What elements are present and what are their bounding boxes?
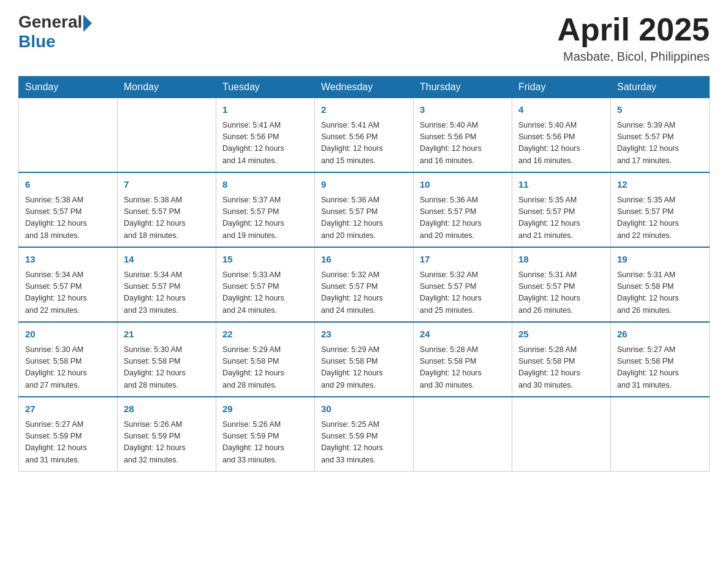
calendar-cell: 13Sunrise: 5:34 AM Sunset: 5:57 PM Dayli…	[19, 247, 118, 322]
day-info: Sunrise: 5:31 AM Sunset: 5:57 PM Dayligh…	[518, 269, 604, 317]
calendar-cell: 30Sunrise: 5:25 AM Sunset: 5:59 PM Dayli…	[315, 397, 414, 472]
calendar-header-wednesday: Wednesday	[315, 77, 414, 98]
day-info: Sunrise: 5:37 AM Sunset: 5:57 PM Dayligh…	[222, 194, 308, 242]
calendar-cell	[118, 98, 216, 173]
calendar-header-saturday: Saturday	[611, 77, 710, 98]
day-number: 27	[25, 402, 111, 416]
day-info: Sunrise: 5:25 AM Sunset: 5:59 PM Dayligh…	[321, 419, 407, 467]
day-number: 10	[420, 178, 506, 192]
day-number: 5	[617, 103, 703, 117]
calendar-cell: 10Sunrise: 5:36 AM Sunset: 5:57 PM Dayli…	[414, 172, 512, 247]
day-info: Sunrise: 5:34 AM Sunset: 5:57 PM Dayligh…	[25, 269, 111, 317]
calendar-table: SundayMondayTuesdayWednesdayThursdayFrid…	[18, 76, 710, 472]
day-number: 17	[420, 253, 506, 267]
day-info: Sunrise: 5:40 AM Sunset: 5:56 PM Dayligh…	[420, 120, 506, 167]
day-number: 3	[420, 103, 506, 117]
day-number: 13	[25, 253, 111, 267]
day-number: 9	[321, 178, 407, 192]
calendar-cell: 8Sunrise: 5:37 AM Sunset: 5:57 PM Daylig…	[216, 172, 315, 247]
day-info: Sunrise: 5:41 AM Sunset: 5:56 PM Dayligh…	[222, 120, 308, 167]
day-number: 22	[222, 327, 308, 342]
calendar-cell: 27Sunrise: 5:27 AM Sunset: 5:59 PM Dayli…	[19, 397, 118, 472]
day-number: 1	[222, 103, 308, 117]
day-number: 2	[321, 103, 407, 117]
day-info: Sunrise: 5:35 AM Sunset: 5:57 PM Dayligh…	[518, 194, 604, 242]
calendar-cell: 19Sunrise: 5:31 AM Sunset: 5:58 PM Dayli…	[611, 247, 710, 322]
day-number: 21	[124, 327, 210, 342]
calendar-week-3: 13Sunrise: 5:34 AM Sunset: 5:57 PM Dayli…	[19, 247, 710, 322]
day-number: 25	[518, 327, 604, 342]
logo-blue-text: Blue	[18, 32, 56, 52]
calendar-cell: 14Sunrise: 5:34 AM Sunset: 5:57 PM Dayli…	[118, 247, 216, 322]
day-info: Sunrise: 5:40 AM Sunset: 5:56 PM Dayligh…	[518, 120, 604, 167]
title-section: April 2025 Masbate, Bicol, Philippines	[557, 12, 710, 64]
day-info: Sunrise: 5:28 AM Sunset: 5:58 PM Dayligh…	[420, 344, 506, 392]
day-info: Sunrise: 5:26 AM Sunset: 5:59 PM Dayligh…	[222, 419, 308, 467]
day-info: Sunrise: 5:33 AM Sunset: 5:57 PM Dayligh…	[222, 269, 308, 317]
calendar-cell: 11Sunrise: 5:35 AM Sunset: 5:57 PM Dayli…	[512, 172, 611, 247]
day-number: 16	[321, 253, 407, 267]
logo: General Blue	[18, 12, 93, 52]
calendar-cell	[512, 397, 611, 472]
calendar-cell: 12Sunrise: 5:35 AM Sunset: 5:57 PM Dayli…	[611, 172, 710, 247]
day-info: Sunrise: 5:29 AM Sunset: 5:58 PM Dayligh…	[321, 344, 407, 392]
logo-general-text: General	[18, 13, 82, 31]
day-number: 8	[222, 178, 308, 192]
calendar-cell: 22Sunrise: 5:29 AM Sunset: 5:58 PM Dayli…	[216, 322, 315, 397]
page-header: General Blue April 2025 Masbate, Bicol, …	[18, 12, 710, 64]
calendar-cell: 1Sunrise: 5:41 AM Sunset: 5:56 PM Daylig…	[216, 98, 315, 173]
day-info: Sunrise: 5:38 AM Sunset: 5:57 PM Dayligh…	[25, 194, 111, 242]
calendar-cell: 2Sunrise: 5:41 AM Sunset: 5:56 PM Daylig…	[315, 98, 414, 173]
calendar-cell	[414, 397, 512, 472]
day-number: 29	[222, 402, 308, 416]
day-number: 6	[25, 178, 111, 192]
day-number: 14	[124, 253, 210, 267]
calendar-cell: 18Sunrise: 5:31 AM Sunset: 5:57 PM Dayli…	[512, 247, 611, 322]
day-info: Sunrise: 5:38 AM Sunset: 5:57 PM Dayligh…	[124, 194, 210, 242]
day-info: Sunrise: 5:29 AM Sunset: 5:58 PM Dayligh…	[222, 344, 308, 392]
day-info: Sunrise: 5:41 AM Sunset: 5:56 PM Dayligh…	[321, 120, 407, 167]
calendar-week-4: 20Sunrise: 5:30 AM Sunset: 5:58 PM Dayli…	[19, 322, 710, 397]
calendar-cell	[611, 397, 710, 472]
calendar-header-friday: Friday	[512, 77, 611, 98]
calendar-cell: 24Sunrise: 5:28 AM Sunset: 5:58 PM Dayli…	[414, 322, 512, 397]
day-info: Sunrise: 5:31 AM Sunset: 5:58 PM Dayligh…	[617, 269, 703, 317]
day-number: 12	[617, 178, 703, 192]
calendar-cell: 9Sunrise: 5:36 AM Sunset: 5:57 PM Daylig…	[315, 172, 414, 247]
calendar-cell: 25Sunrise: 5:28 AM Sunset: 5:58 PM Dayli…	[512, 322, 611, 397]
day-info: Sunrise: 5:36 AM Sunset: 5:57 PM Dayligh…	[321, 194, 407, 242]
day-info: Sunrise: 5:32 AM Sunset: 5:57 PM Dayligh…	[420, 269, 506, 317]
day-info: Sunrise: 5:35 AM Sunset: 5:57 PM Dayligh…	[617, 194, 703, 242]
location-text: Masbate, Bicol, Philippines	[557, 50, 710, 64]
calendar-cell: 29Sunrise: 5:26 AM Sunset: 5:59 PM Dayli…	[216, 397, 315, 472]
calendar-cell: 16Sunrise: 5:32 AM Sunset: 5:57 PM Dayli…	[315, 247, 414, 322]
day-info: Sunrise: 5:26 AM Sunset: 5:59 PM Dayligh…	[124, 419, 210, 467]
calendar-header-monday: Monday	[118, 77, 216, 98]
header-row: SundayMondayTuesdayWednesdayThursdayFrid…	[19, 77, 710, 98]
calendar-header-thursday: Thursday	[414, 77, 512, 98]
day-number: 20	[25, 327, 111, 342]
day-number: 26	[617, 327, 703, 342]
day-info: Sunrise: 5:30 AM Sunset: 5:58 PM Dayligh…	[124, 344, 210, 392]
calendar-cell: 5Sunrise: 5:39 AM Sunset: 5:57 PM Daylig…	[611, 98, 710, 173]
day-number: 11	[518, 178, 604, 192]
calendar-header-tuesday: Tuesday	[216, 77, 315, 98]
day-number: 28	[124, 402, 210, 416]
day-number: 18	[518, 253, 604, 267]
day-number: 24	[420, 327, 506, 342]
day-number: 23	[321, 327, 407, 342]
calendar-cell: 21Sunrise: 5:30 AM Sunset: 5:58 PM Dayli…	[118, 322, 216, 397]
month-title: April 2025	[557, 12, 710, 47]
calendar-cell: 26Sunrise: 5:27 AM Sunset: 5:58 PM Dayli…	[611, 322, 710, 397]
day-number: 15	[222, 253, 308, 267]
calendar-cell: 3Sunrise: 5:40 AM Sunset: 5:56 PM Daylig…	[414, 98, 512, 173]
day-info: Sunrise: 5:36 AM Sunset: 5:57 PM Dayligh…	[420, 194, 506, 242]
day-info: Sunrise: 5:27 AM Sunset: 5:59 PM Dayligh…	[25, 419, 111, 467]
day-info: Sunrise: 5:39 AM Sunset: 5:57 PM Dayligh…	[617, 120, 703, 167]
calendar-cell: 15Sunrise: 5:33 AM Sunset: 5:57 PM Dayli…	[216, 247, 315, 322]
day-info: Sunrise: 5:28 AM Sunset: 5:58 PM Dayligh…	[518, 344, 604, 392]
day-info: Sunrise: 5:30 AM Sunset: 5:58 PM Dayligh…	[25, 344, 111, 392]
calendar-header-sunday: Sunday	[19, 77, 118, 98]
calendar-cell: 4Sunrise: 5:40 AM Sunset: 5:56 PM Daylig…	[512, 98, 611, 173]
calendar-cell: 17Sunrise: 5:32 AM Sunset: 5:57 PM Dayli…	[414, 247, 512, 322]
